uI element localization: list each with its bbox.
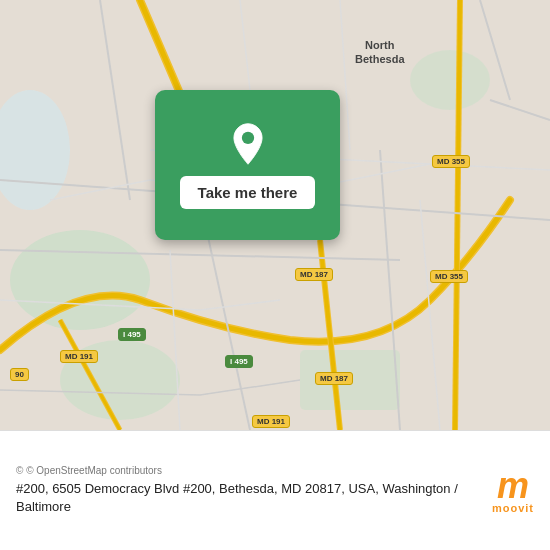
take-me-there-button[interactable]: Take me there	[180, 176, 316, 209]
svg-point-1	[10, 230, 150, 330]
moovit-m-letter: m	[497, 468, 529, 504]
badge-md191-bot: MD 191	[252, 415, 290, 428]
badge-md191: MD 191	[60, 350, 98, 363]
moovit-logo: m moovit	[492, 468, 534, 514]
badge-i495-right: I 495	[225, 355, 253, 368]
moovit-wordmark: moovit	[492, 502, 534, 514]
badge-md355-top: MD 355	[432, 155, 470, 168]
badge-md187-mid: MD 187	[295, 268, 333, 281]
address-section: © © OpenStreetMap contributors #200, 650…	[16, 465, 480, 516]
badge-md355-mid: MD 355	[430, 270, 468, 283]
svg-point-3	[410, 50, 490, 110]
address-text: #200, 6505 Democracy Blvd #200, Bethesda…	[16, 480, 480, 516]
osm-attribution: © OpenStreetMap contributors	[26, 465, 162, 476]
copyright-text: © © OpenStreetMap contributors	[16, 465, 480, 476]
svg-point-6	[241, 131, 253, 143]
north-bethesda-label: NorthBethesda	[355, 38, 405, 67]
map-pin-icon	[226, 122, 270, 166]
badge-i495-left: I 495	[118, 328, 146, 341]
location-card: Take me there	[155, 90, 340, 240]
map-container: NorthBethesda I 270 MD 355 MD 355 MD 187…	[0, 0, 550, 430]
badge-md187-bot: MD 187	[315, 372, 353, 385]
bottom-bar: © © OpenStreetMap contributors #200, 650…	[0, 430, 550, 550]
copyright-symbol: ©	[16, 465, 23, 476]
badge-rt90: 90	[10, 368, 29, 381]
